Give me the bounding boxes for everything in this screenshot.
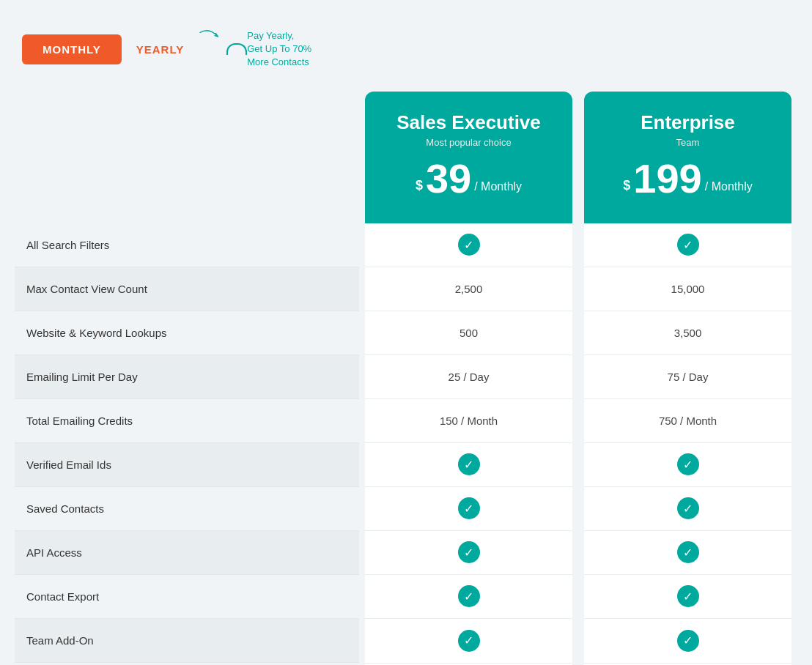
arrow-icon <box>199 29 221 44</box>
se-feature-8: ✓ <box>365 575 572 619</box>
check-icon: ✓ <box>458 234 480 256</box>
plan-sales-executive: Sales Executive Most popular choice $ 39… <box>365 92 572 665</box>
price-period-sales-executive: / Monthly <box>474 180 522 193</box>
check-icon: ✓ <box>458 497 480 519</box>
se-feature-7: ✓ <box>365 531 572 575</box>
check-icon: ✓ <box>677 541 699 563</box>
check-icon: ✓ <box>677 630 699 652</box>
se-feature-0: ✓ <box>365 223 572 267</box>
yearly-note: Pay Yearly, Get Up To 70% More Contacts <box>226 29 311 70</box>
pricing-grid: All Search FiltersMax Contact View Count… <box>15 92 797 665</box>
price-amount-sales-executive: 39 <box>426 158 471 199</box>
se-feature-6: ✓ <box>365 487 572 531</box>
ent-feature-6: ✓ <box>584 487 791 531</box>
ent-feature-3: 75 / Day <box>584 355 791 399</box>
signup-row-enterprise: SIGN UP <box>584 663 791 665</box>
se-feature-4: 150 / Month <box>365 399 572 443</box>
ent-feature-1: 15,000 <box>584 267 791 311</box>
plan-price-enterprise: $ 199 / Monthly <box>623 158 752 199</box>
check-icon: ✓ <box>458 453 480 475</box>
feature-label-6: Saved Contacts <box>15 487 359 531</box>
check-icon: ✓ <box>458 541 480 563</box>
ent-feature-2: 3,500 <box>584 311 791 355</box>
feature-label-9: Team Add-On <box>15 619 359 663</box>
yearly-button[interactable]: YEARLY <box>136 43 184 56</box>
yearly-note-wrapper: Pay Yearly, Get Up To 70% More Contacts <box>199 29 311 70</box>
signup-row-sales-executive: SIGN UP <box>365 663 572 665</box>
se-feature-3: 25 / Day <box>365 355 572 399</box>
ent-feature-7: ✓ <box>584 531 791 575</box>
feature-column: All Search FiltersMax Contact View Count… <box>15 92 359 665</box>
ent-feature-5: ✓ <box>584 443 791 487</box>
plan-price-sales-executive: $ 39 / Monthly <box>416 158 522 199</box>
feature-label-2: Website & Keyword Lookups <box>15 311 359 355</box>
price-period-enterprise: / Monthly <box>705 180 753 193</box>
ent-feature-0: ✓ <box>584 223 791 267</box>
ent-feature-8: ✓ <box>584 575 791 619</box>
check-icon: ✓ <box>458 585 480 607</box>
se-feature-1: 2,500 <box>365 267 572 311</box>
plan-header-enterprise: Enterprise Team $ 199 / Monthly <box>584 92 791 223</box>
check-icon: ✓ <box>458 630 480 652</box>
plan-name-sales-executive: Sales Executive <box>396 111 541 134</box>
se-feature-5: ✓ <box>365 443 572 487</box>
se-feature-9: ✓ <box>365 619 572 663</box>
check-icon: ✓ <box>677 234 699 256</box>
feature-header-space <box>15 92 359 223</box>
feature-label-5: Verified Email Ids <box>15 443 359 487</box>
price-dollar-enterprise: $ <box>623 178 630 193</box>
ent-feature-4: 750 / Month <box>584 399 791 443</box>
billing-toggle-row: MONTHLY YEARLY Pay Yearly, Get Up To 70%… <box>15 15 797 92</box>
monthly-button[interactable]: MONTHLY <box>22 34 122 64</box>
feature-label-1: Max Contact View Count <box>15 267 359 311</box>
plan-name-enterprise: Enterprise <box>641 111 735 134</box>
pricing-page: MONTHLY YEARLY Pay Yearly, Get Up To 70%… <box>15 15 797 665</box>
price-dollar-sales-executive: $ <box>416 178 423 193</box>
feature-label-3: Emailing Limit Per Day <box>15 355 359 399</box>
plan-subtitle-sales-executive: Most popular choice <box>426 137 511 148</box>
feature-label-0: All Search Filters <box>15 223 359 267</box>
se-feature-2: 500 <box>365 311 572 355</box>
plan-enterprise: Enterprise Team $ 199 / Monthly ✓15,0003… <box>584 92 791 665</box>
plan-body-enterprise: ✓15,0003,50075 / Day750 / Month✓✓✓✓✓ <box>584 223 791 663</box>
feature-label-8: Contact Export <box>15 575 359 619</box>
check-icon: ✓ <box>677 585 699 607</box>
plan-body-sales-executive: ✓2,50050025 / Day150 / Month✓✓✓✓✓ <box>365 223 572 663</box>
check-icon: ✓ <box>677 497 699 519</box>
feature-label-7: API Access <box>15 531 359 575</box>
plan-subtitle-enterprise: Team <box>676 137 700 148</box>
price-amount-enterprise: 199 <box>633 158 701 199</box>
plan-header-sales-executive: Sales Executive Most popular choice $ 39… <box>365 92 572 223</box>
feature-label-4: Total Emailing Credits <box>15 399 359 443</box>
check-icon: ✓ <box>677 453 699 475</box>
ent-feature-9: ✓ <box>584 619 791 663</box>
